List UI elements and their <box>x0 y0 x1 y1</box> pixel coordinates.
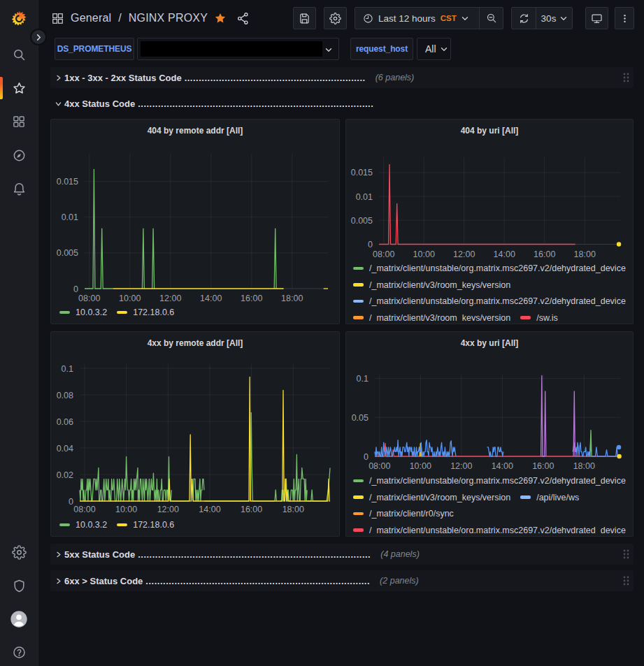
legend-item[interactable]: /sw.js <box>520 313 558 321</box>
row-title[interactable]: 5xx Status Code <box>64 549 135 560</box>
chart-canvas[interactable]: 00.0050.010.01508:0010:0012:0014:0016:00… <box>50 119 340 321</box>
y-axis-label: 0 <box>368 240 373 249</box>
series-line <box>573 442 591 456</box>
sidebar-item-dashboards[interactable] <box>0 108 38 136</box>
legend-row: 10.0.3.2172.18.0.6 <box>59 517 174 533</box>
series-label: 172.18.0.6 <box>133 520 174 530</box>
shield-icon <box>12 579 27 593</box>
breadcrumb-folder[interactable]: General <box>71 12 111 24</box>
timezone-badge: CST <box>441 14 457 22</box>
legend-item[interactable]: 172.18.0.6 <box>117 307 174 317</box>
series-label: /_matrix/client/v3/room_keys/version <box>369 280 510 290</box>
dashboard-row-3[interactable]: 5xx Status Code ........................… <box>50 544 634 565</box>
help-icon <box>12 645 27 660</box>
legend-item[interactable]: /_matrix/client/unstable/org.matrix.msc2… <box>353 296 626 306</box>
time-controls-button[interactable]: Last 12 hours CST <box>355 7 503 29</box>
series-label: 10.0.3.2 <box>76 520 107 530</box>
x-axis-label: 16:00 <box>241 505 262 514</box>
legend-item[interactable]: /api/live/ws <box>520 493 579 502</box>
y-axis-label: 0.05 <box>352 413 368 423</box>
save-dashboard-button[interactable] <box>293 7 316 29</box>
series-color-dash <box>520 495 531 499</box>
row-title[interactable]: 6xx > Status Code <box>64 576 143 586</box>
row-panel-count: (2 panels) <box>380 576 419 586</box>
row-title[interactable]: 4xx Status Code <box>64 99 135 109</box>
sidebar-item-starred[interactable] <box>0 74 38 102</box>
time-range-picker[interactable]: Last 12 hours CST <box>355 8 479 29</box>
refresh-button[interactable] <box>512 8 536 29</box>
x-axis-label: 18:00 <box>574 249 596 259</box>
y-axis-label: 0 <box>69 497 73 507</box>
grafana-logo[interactable] <box>10 10 28 29</box>
refresh-controls-button[interactable]: 30s <box>511 7 573 29</box>
sidebar-item-configuration[interactable] <box>0 538 38 566</box>
dashboard-row-4[interactable]: 6xx > Status Code ......................… <box>50 570 634 591</box>
row-title-dots: ........................................… <box>138 99 373 109</box>
avatar-icon <box>10 611 27 628</box>
datasource-select[interactable] <box>137 38 339 60</box>
sidebar-item-server-admin[interactable] <box>0 572 38 600</box>
series-color-dash <box>353 300 364 303</box>
y-axis-label: 0.1 <box>62 364 73 374</box>
legend-item[interactable]: /_matrix/client/unstable/org.matrix.msc2… <box>353 263 626 273</box>
legend-item[interactable]: /_matrix/client/v3/room_keys/version <box>353 313 510 321</box>
sidebar-item-profile[interactable] <box>0 605 38 633</box>
legend-item[interactable]: 10.0.3.2 <box>59 307 107 317</box>
series-line <box>592 447 618 456</box>
series-color-dash <box>59 311 70 314</box>
refresh-interval-dropdown[interactable]: 30s <box>536 8 572 29</box>
row-title-dots: ........................................… <box>185 73 366 83</box>
x-axis-label: 18:00 <box>573 461 595 471</box>
legend-item[interactable]: /_matrix/client/v3/room_keys/version <box>353 280 510 290</box>
row-panel-count: (6 panels) <box>375 73 415 82</box>
sidebar-item-explore[interactable] <box>0 141 38 169</box>
series-color-dash <box>353 512 364 516</box>
variable-label-request-host[interactable]: request_host <box>350 38 413 60</box>
sidebar-item-search[interactable] <box>0 41 38 68</box>
panel-404-by-uri-all: 404 by uri [All]00.0050.010.01508:0010:0… <box>345 119 634 324</box>
legend-item[interactable]: 172.18.0.6 <box>117 520 174 530</box>
legend-item[interactable]: 10.0.3.2 <box>59 520 107 530</box>
legend-item[interactable]: /_matrix/client/unstable/org.matrix.msc2… <box>353 526 626 534</box>
series-color-dash <box>353 479 364 483</box>
tv-mode-button[interactable] <box>585 7 608 29</box>
dashboard-row-2[interactable]: 4xx Status Code ........................… <box>50 94 634 113</box>
dashboard-row-1[interactable]: 1xx - 3xx - 2xx Status Code ............… <box>50 67 634 88</box>
legend-item[interactable]: /_matrix/client/r0/sync <box>353 509 454 519</box>
request-host-select[interactable]: All <box>417 38 451 60</box>
dashboard-settings-button[interactable] <box>324 7 347 29</box>
refresh-icon <box>519 13 529 24</box>
series-label: /_matrix/client/unstable/org.matrix.msc2… <box>369 296 626 306</box>
favorite-star-icon[interactable] <box>214 12 227 24</box>
more-options-button[interactable] <box>615 7 634 29</box>
sidebar-item-alerting[interactable] <box>0 175 38 203</box>
series-label: /_matrix/client/r0/sync <box>369 509 454 519</box>
y-axis-label: 0.02 <box>57 470 73 480</box>
sidebar-item-help[interactable] <box>0 638 38 666</box>
variable-label-ds-prometheus[interactable]: DS_PROMETHEUS <box>55 38 134 60</box>
row-title-dots: ........................................… <box>145 576 370 586</box>
sidebar-expand-button[interactable] <box>31 30 45 44</box>
row-title[interactable]: 1xx - 3xx - 2xx Status Code <box>64 73 182 83</box>
drag-handle-icon[interactable] <box>622 549 630 560</box>
x-axis-label: 12:00 <box>159 294 181 303</box>
legend-item[interactable]: /_matrix/client/unstable/org.matrix.msc2… <box>353 476 626 486</box>
legend-row: /_matrix/client/unstable/org.matrix.msc2… <box>353 294 626 309</box>
legend-item[interactable]: /_matrix/client/v3/room_keys/version <box>353 493 510 502</box>
share-icon[interactable] <box>236 12 250 25</box>
panel-404-by-remote-addr-all: 404 by remote addr [All]00.0050.010.0150… <box>50 119 340 324</box>
row-panel-count: (4 panels) <box>380 549 420 559</box>
chart-canvas[interactable]: 00.020.040.060.080.108:0010:0012:0014:00… <box>50 331 340 533</box>
drag-handle-icon[interactable] <box>622 72 630 83</box>
breadcrumb-separator: / <box>117 12 122 24</box>
kebab-icon <box>620 13 630 24</box>
series-color-dash <box>353 283 364 287</box>
series-color-dash <box>59 523 70 527</box>
series-label: /_matrix/client/v3/room_keys/version <box>369 313 510 321</box>
panel-body: 404 by remote addr [All]00.0050.010.0150… <box>50 119 340 321</box>
series-label: /sw.js <box>536 313 558 321</box>
series-line <box>280 455 307 502</box>
zoom-out-button[interactable] <box>480 8 503 29</box>
x-axis-label: 12:00 <box>450 461 472 471</box>
drag-handle-icon[interactable] <box>622 575 630 586</box>
